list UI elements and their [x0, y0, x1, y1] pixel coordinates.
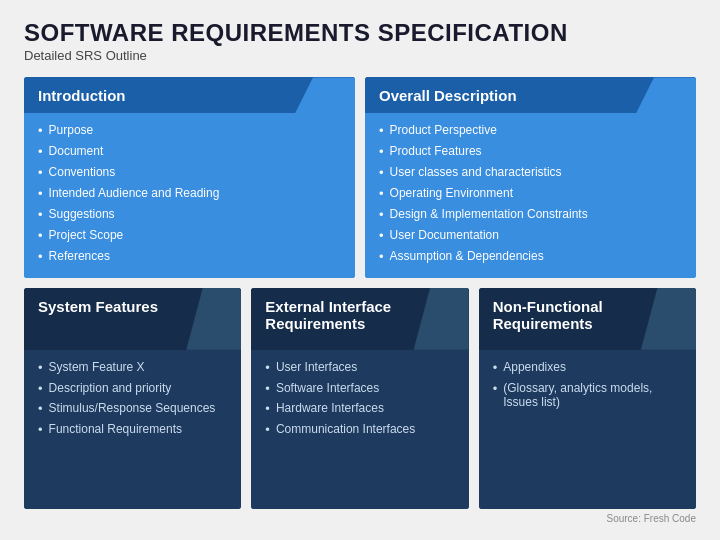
card-overall-description: Overall Description Product Perspective …	[365, 77, 696, 277]
list-item: Software Interfaces	[265, 379, 454, 400]
card-introduction: Introduction Purpose Document Convention…	[24, 77, 355, 277]
header-corner-decoration	[636, 77, 696, 113]
card-external-interface-title: External Interface Requirements	[265, 298, 454, 332]
slide-subtitle: Detailed SRS Outline	[24, 48, 696, 63]
card-overall-title: Overall Description	[379, 87, 517, 104]
list-item: Document	[38, 142, 341, 163]
top-row: Introduction Purpose Document Convention…	[24, 77, 696, 277]
card-system-features-title: System Features	[38, 298, 158, 315]
list-item: Description and priority	[38, 379, 227, 400]
external-interface-list: User Interfaces Software Interfaces Hard…	[265, 358, 454, 442]
card-overall-header: Overall Description	[365, 77, 696, 113]
list-item: Conventions	[38, 163, 341, 184]
slide: SOFTWARE REQUIREMENTS SPECIFICATION Deta…	[0, 0, 720, 540]
list-item: Functional Requirements	[38, 420, 227, 441]
card-system-features-header: System Features	[24, 288, 241, 350]
introduction-list: Purpose Document Conventions Intended Au…	[38, 121, 341, 267]
card-non-functional-body: Appendixes (Glossary, analytics models, …	[479, 350, 696, 509]
system-features-list: System Feature X Description and priorit…	[38, 358, 227, 442]
list-item: (Glossary, analytics models, Issues list…	[493, 379, 682, 411]
list-item: Appendixes	[493, 358, 682, 379]
list-item: Purpose	[38, 121, 341, 142]
card-non-functional-header: Non-Functional Requirements	[479, 288, 696, 350]
list-item: User classes and characteristics	[379, 163, 682, 184]
card-external-interface-header: External Interface Requirements	[251, 288, 468, 350]
card-non-functional: Non-Functional Requirements Appendixes (…	[479, 288, 696, 509]
list-item: Project Scope	[38, 226, 341, 247]
card-introduction-body: Purpose Document Conventions Intended Au…	[24, 113, 355, 277]
list-item: System Feature X	[38, 358, 227, 379]
card-system-features: System Features System Feature X Descrip…	[24, 288, 241, 509]
bottom-row: System Features System Feature X Descrip…	[24, 288, 696, 509]
header-corner-decoration	[186, 288, 241, 350]
list-item: Assumption & Dependencies	[379, 247, 682, 268]
list-item: Communication Interfaces	[265, 420, 454, 441]
card-introduction-header: Introduction	[24, 77, 355, 113]
list-item: Product Perspective	[379, 121, 682, 142]
list-item: Operating Environment	[379, 184, 682, 205]
card-external-interface: External Interface Requirements User Int…	[251, 288, 468, 509]
overall-list: Product Perspective Product Features Use…	[379, 121, 682, 267]
list-item: Product Features	[379, 142, 682, 163]
list-item: User Interfaces	[265, 358, 454, 379]
card-external-interface-body: User Interfaces Software Interfaces Hard…	[251, 350, 468, 509]
list-item: User Documentation	[379, 226, 682, 247]
list-item: Intended Audience and Reading	[38, 184, 341, 205]
source-attribution: Source: Fresh Code	[24, 513, 696, 524]
non-functional-list: Appendixes (Glossary, analytics models, …	[493, 358, 682, 411]
list-item: Design & Implementation Constraints	[379, 205, 682, 226]
card-non-functional-title: Non-Functional Requirements	[493, 298, 682, 332]
list-item: Stimulus/Response Sequences	[38, 399, 227, 420]
card-introduction-title: Introduction	[38, 87, 125, 104]
header-corner-decoration	[295, 77, 355, 113]
list-item: Suggestions	[38, 205, 341, 226]
slide-title: SOFTWARE REQUIREMENTS SPECIFICATION	[24, 20, 696, 46]
list-item: References	[38, 247, 341, 268]
card-overall-body: Product Perspective Product Features Use…	[365, 113, 696, 277]
card-system-features-body: System Feature X Description and priorit…	[24, 350, 241, 509]
list-item: Hardware Interfaces	[265, 399, 454, 420]
